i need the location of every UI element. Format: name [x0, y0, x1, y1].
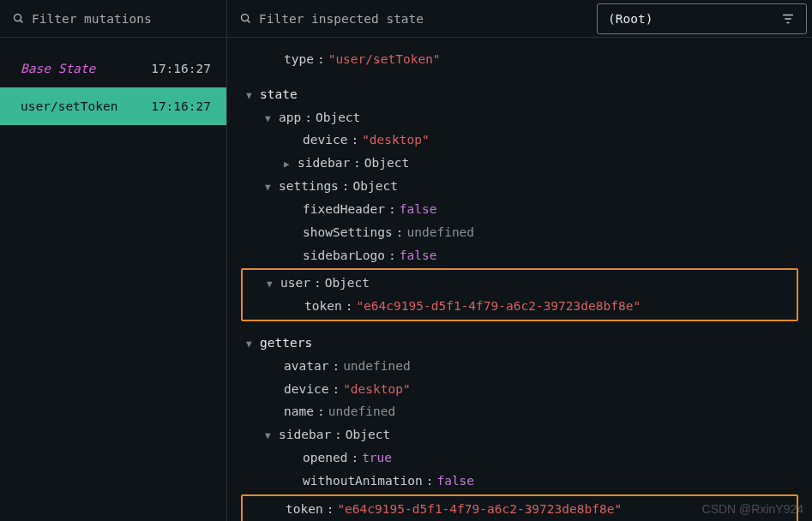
tree-key: token: [304, 295, 342, 318]
mutations-list: Base State 17:16:27 user/setToken 17:16:…: [0, 38, 226, 125]
tree-key: sidebar: [279, 423, 331, 446]
section-label: getters: [260, 332, 312, 355]
caret-down-icon[interactable]: [265, 111, 275, 128]
caret-down-icon[interactable]: [265, 428, 275, 445]
state-panel: (Root) type: "user/setToken" state app: …: [227, 0, 812, 521]
tree-key: user: [280, 272, 310, 295]
tree-value: undefined: [328, 400, 396, 423]
tree-key: device: [284, 378, 328, 401]
tree-value: undefined: [407, 221, 475, 244]
tree-section-state[interactable]: state: [241, 83, 798, 106]
caret-right-icon[interactable]: [284, 156, 294, 173]
tree-value: Object: [364, 152, 409, 175]
highlighted-token-block: token: "e64c9195-d5f1-4f79-a6c2-39723de8…: [241, 494, 798, 521]
mutations-panel: Base State 17:16:27 user/setToken 17:16:…: [0, 0, 227, 521]
mutation-item-user-settoken[interactable]: user/setToken 17:16:27: [0, 87, 226, 125]
tree-value: true: [362, 446, 392, 470]
highlighted-user-block: user: Object token: "e64c9195-d5f1-4f79-…: [241, 268, 798, 321]
tree-row-getters-sidebar[interactable]: sidebar: Object: [241, 423, 798, 446]
tree-key: fixedHeader: [303, 198, 385, 221]
tree-value: "user/setToken": [328, 48, 441, 71]
tree-value: false: [436, 470, 474, 493]
caret-down-icon[interactable]: [246, 336, 256, 353]
caret-down-icon[interactable]: [246, 87, 256, 105]
state-top-bar: (Root): [227, 0, 812, 38]
tree-value: false: [400, 198, 437, 221]
module-select-label: (Root): [608, 12, 653, 26]
tree-key: app: [279, 106, 301, 129]
module-select[interactable]: (Root): [597, 3, 807, 34]
tree-value: "desktop": [362, 129, 430, 152]
tree-row-getters-sidebar-withoutanimation[interactable]: withoutAnimation: false: [241, 470, 798, 493]
mutation-item-base-state[interactable]: Base State 17:16:27: [0, 50, 226, 87]
tree-row-settings-showsettings[interactable]: showSettings: undefined: [241, 221, 798, 244]
tree-value: false: [400, 244, 437, 267]
tree-row-getters-sidebar-opened[interactable]: opened: true: [241, 446, 798, 470]
tree-row-getters-token[interactable]: token: "e64c9195-d5f1-4f79-a6c2-39723de8…: [243, 498, 797, 521]
filter-icon: [780, 11, 796, 27]
mutation-name: user/setToken: [21, 99, 118, 113]
tree-row-settings-sidebarlogo[interactable]: sidebarLogo: false: [241, 244, 798, 267]
state-tree: type: "user/setToken" state app: Object …: [227, 38, 812, 521]
tree-value: Object: [346, 423, 390, 446]
tree-row-type[interactable]: type: "user/setToken": [241, 48, 798, 71]
tree-row-settings-fixedheader[interactable]: fixedHeader: false: [241, 198, 798, 221]
state-search-bar: [227, 12, 592, 26]
tree-value: undefined: [343, 355, 411, 378]
tree-value: "e64c9195-d5f1-4f79-a6c2-39723de8bf8e": [356, 295, 641, 318]
tree-value: Object: [325, 272, 370, 295]
state-filter-input[interactable]: [259, 12, 580, 26]
tree-row-app-sidebar[interactable]: sidebar: Object: [241, 152, 798, 175]
svg-line-3: [248, 21, 250, 23]
tree-row-getters-avatar[interactable]: avatar: undefined: [241, 355, 798, 378]
tree-key: type: [284, 48, 314, 71]
caret-down-icon[interactable]: [267, 276, 277, 293]
caret-down-icon[interactable]: [265, 179, 275, 196]
mutations-filter-input[interactable]: [32, 12, 214, 26]
svg-point-2: [242, 15, 249, 21]
tree-key: name: [284, 400, 314, 423]
tree-value: Object: [316, 106, 360, 129]
tree-key: token: [286, 498, 323, 521]
tree-key: device: [303, 129, 347, 152]
tree-row-app[interactable]: app: Object: [241, 106, 798, 129]
tree-row-getters-device[interactable]: device: "desktop": [241, 378, 798, 401]
tree-value: Object: [353, 175, 398, 198]
mutation-time: 17:16:27: [151, 62, 211, 75]
tree-row-user-token[interactable]: token: "e64c9195-d5f1-4f79-a6c2-39723de8…: [243, 295, 797, 318]
mutation-time: 17:16:27: [151, 99, 211, 113]
tree-row-getters-name[interactable]: name: undefined: [241, 400, 798, 423]
tree-value: "e64c9195-d5f1-4f79-a6c2-39723de8bf8e": [337, 498, 622, 521]
mutations-search-bar: [0, 0, 226, 38]
tree-row-app-device[interactable]: device: "desktop": [241, 129, 798, 152]
tree-row-settings[interactable]: settings: Object: [241, 175, 798, 198]
tree-key: avatar: [284, 355, 328, 378]
tree-key: withoutAnimation: [303, 470, 423, 493]
tree-key: showSettings: [303, 221, 393, 244]
tree-key: sidebar: [298, 152, 350, 175]
svg-line-1: [21, 21, 23, 23]
tree-key: sidebarLogo: [303, 244, 385, 267]
svg-point-0: [15, 15, 21, 21]
tree-row-user[interactable]: user: Object: [243, 272, 797, 295]
tree-key: opened: [303, 446, 347, 470]
tree-key: settings: [279, 175, 339, 198]
mutation-name: Base State: [21, 62, 95, 75]
search-icon: [239, 12, 252, 25]
tree-section-getters[interactable]: getters: [241, 332, 798, 355]
tree-value: "desktop": [343, 378, 411, 401]
search-icon: [12, 12, 25, 25]
section-label: state: [260, 83, 298, 106]
